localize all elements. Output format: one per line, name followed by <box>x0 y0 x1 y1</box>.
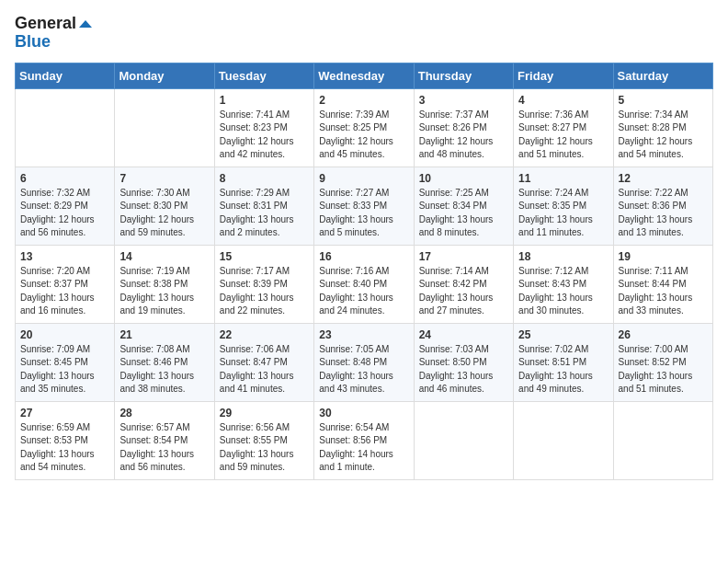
day-info: Sunrise: 7:36 AMSunset: 8:27 PMDaylight:… <box>518 109 608 162</box>
logo-mark: General Blue <box>15 15 92 52</box>
day-number: 5 <box>619 94 708 107</box>
day-number: 12 <box>619 172 708 185</box>
day-number: 10 <box>419 172 508 185</box>
day-info: Sunrise: 7:32 AMSunset: 8:29 PMDaylight:… <box>20 187 109 240</box>
day-cell <box>115 88 214 167</box>
day-number: 27 <box>20 407 109 419</box>
weekday-header-tuesday: Tuesday <box>214 63 313 88</box>
day-cell: 14Sunrise: 7:19 AMSunset: 8:38 PMDayligh… <box>115 245 214 323</box>
day-number: 23 <box>319 328 408 341</box>
day-cell: 1Sunrise: 7:41 AMSunset: 8:23 PMDaylight… <box>214 88 313 167</box>
day-number: 16 <box>319 250 408 263</box>
day-cell: 25Sunrise: 7:02 AMSunset: 8:51 PMDayligh… <box>514 323 613 401</box>
day-cell: 19Sunrise: 7:11 AMSunset: 8:44 PMDayligh… <box>613 245 712 323</box>
day-info: Sunrise: 7:11 AMSunset: 8:44 PMDaylight:… <box>619 265 708 318</box>
day-cell: 24Sunrise: 7:03 AMSunset: 8:50 PMDayligh… <box>414 323 513 401</box>
day-cell: 3Sunrise: 7:37 AMSunset: 8:26 PMDaylight… <box>414 88 513 167</box>
day-info: Sunrise: 6:56 AMSunset: 8:55 PMDaylight:… <box>220 421 309 475</box>
day-cell: 23Sunrise: 7:05 AMSunset: 8:48 PMDayligh… <box>314 323 414 401</box>
week-row-4: 20Sunrise: 7:09 AMSunset: 8:45 PMDayligh… <box>16 323 713 401</box>
day-number: 6 <box>20 172 109 185</box>
week-row-3: 13Sunrise: 7:20 AMSunset: 8:37 PMDayligh… <box>16 245 713 323</box>
day-number: 22 <box>220 328 309 341</box>
day-info: Sunrise: 7:17 AMSunset: 8:39 PMDaylight:… <box>220 265 309 318</box>
weekday-header-sunday: Sunday <box>16 63 115 88</box>
day-cell: 4Sunrise: 7:36 AMSunset: 8:27 PMDaylight… <box>514 88 613 167</box>
day-cell: 7Sunrise: 7:30 AMSunset: 8:30 PMDaylight… <box>115 167 214 245</box>
day-number: 17 <box>419 250 508 263</box>
day-info: Sunrise: 7:00 AMSunset: 8:52 PMDaylight:… <box>619 343 708 396</box>
day-info: Sunrise: 7:14 AMSunset: 8:42 PMDaylight:… <box>419 265 508 318</box>
logo: General Blue <box>15 15 92 52</box>
day-info: Sunrise: 7:29 AMSunset: 8:31 PMDaylight:… <box>220 187 309 240</box>
page-header: General Blue <box>15 15 713 52</box>
day-info: Sunrise: 6:54 AMSunset: 8:56 PMDaylight:… <box>319 421 408 475</box>
weekday-header-wednesday: Wednesday <box>314 63 414 88</box>
weekday-header-monday: Monday <box>115 63 214 88</box>
day-info: Sunrise: 7:12 AMSunset: 8:43 PMDaylight:… <box>518 265 608 318</box>
day-number: 25 <box>518 328 608 341</box>
day-number: 20 <box>20 328 109 341</box>
day-number: 19 <box>619 250 708 263</box>
day-cell: 15Sunrise: 7:17 AMSunset: 8:39 PMDayligh… <box>214 245 313 323</box>
day-number: 15 <box>220 250 309 263</box>
day-info: Sunrise: 7:03 AMSunset: 8:50 PMDaylight:… <box>419 343 508 396</box>
day-cell: 17Sunrise: 7:14 AMSunset: 8:42 PMDayligh… <box>414 245 513 323</box>
day-cell: 28Sunrise: 6:57 AMSunset: 8:54 PMDayligh… <box>115 401 214 479</box>
day-info: Sunrise: 6:59 AMSunset: 8:53 PMDaylight:… <box>20 421 109 475</box>
day-number: 24 <box>419 328 508 341</box>
day-info: Sunrise: 7:16 AMSunset: 8:40 PMDaylight:… <box>319 265 408 318</box>
day-cell <box>613 401 712 479</box>
day-cell: 8Sunrise: 7:29 AMSunset: 8:31 PMDaylight… <box>214 167 313 245</box>
day-number: 14 <box>119 250 209 263</box>
week-row-5: 27Sunrise: 6:59 AMSunset: 8:53 PMDayligh… <box>16 401 713 479</box>
day-info: Sunrise: 7:05 AMSunset: 8:48 PMDaylight:… <box>319 343 408 396</box>
day-info: Sunrise: 7:34 AMSunset: 8:28 PMDaylight:… <box>619 109 708 162</box>
day-cell: 5Sunrise: 7:34 AMSunset: 8:28 PMDaylight… <box>613 88 712 167</box>
day-info: Sunrise: 7:41 AMSunset: 8:23 PMDaylight:… <box>220 109 309 162</box>
day-cell: 9Sunrise: 7:27 AMSunset: 8:33 PMDaylight… <box>314 167 414 245</box>
weekday-header-saturday: Saturday <box>613 63 712 88</box>
day-cell: 13Sunrise: 7:20 AMSunset: 8:37 PMDayligh… <box>16 245 115 323</box>
day-number: 4 <box>518 94 608 107</box>
day-number: 21 <box>119 328 209 341</box>
day-cell <box>514 401 613 479</box>
day-info: Sunrise: 7:22 AMSunset: 8:36 PMDaylight:… <box>619 187 708 240</box>
day-number: 8 <box>220 172 309 185</box>
calendar-table: SundayMondayTuesdayWednesdayThursdayFrid… <box>15 63 713 480</box>
day-number: 13 <box>20 250 109 263</box>
day-cell <box>16 88 115 167</box>
day-info: Sunrise: 7:25 AMSunset: 8:34 PMDaylight:… <box>419 187 508 240</box>
day-info: Sunrise: 7:09 AMSunset: 8:45 PMDaylight:… <box>20 343 109 396</box>
day-info: Sunrise: 7:39 AMSunset: 8:25 PMDaylight:… <box>319 109 408 162</box>
day-cell: 30Sunrise: 6:54 AMSunset: 8:56 PMDayligh… <box>314 401 414 479</box>
logo-blue: Blue <box>15 33 92 52</box>
weekday-header-thursday: Thursday <box>414 63 513 88</box>
day-number: 1 <box>220 94 309 107</box>
logo-general: General <box>15 15 92 33</box>
day-info: Sunrise: 7:27 AMSunset: 8:33 PMDaylight:… <box>319 187 408 240</box>
day-number: 9 <box>319 172 408 185</box>
week-row-2: 6Sunrise: 7:32 AMSunset: 8:29 PMDaylight… <box>16 167 713 245</box>
day-cell: 11Sunrise: 7:24 AMSunset: 8:35 PMDayligh… <box>514 167 613 245</box>
day-number: 28 <box>119 407 209 419</box>
day-number: 11 <box>518 172 608 185</box>
day-info: Sunrise: 7:02 AMSunset: 8:51 PMDaylight:… <box>518 343 608 396</box>
day-number: 29 <box>220 407 309 419</box>
weekday-header-friday: Friday <box>514 63 613 88</box>
day-cell: 22Sunrise: 7:06 AMSunset: 8:47 PMDayligh… <box>214 323 313 401</box>
day-info: Sunrise: 7:19 AMSunset: 8:38 PMDaylight:… <box>119 265 209 318</box>
day-info: Sunrise: 6:57 AMSunset: 8:54 PMDaylight:… <box>119 421 209 475</box>
day-number: 2 <box>319 94 408 107</box>
day-info: Sunrise: 7:20 AMSunset: 8:37 PMDaylight:… <box>20 265 109 318</box>
day-cell: 18Sunrise: 7:12 AMSunset: 8:43 PMDayligh… <box>514 245 613 323</box>
day-cell: 26Sunrise: 7:00 AMSunset: 8:52 PMDayligh… <box>613 323 712 401</box>
day-cell: 10Sunrise: 7:25 AMSunset: 8:34 PMDayligh… <box>414 167 513 245</box>
day-cell: 20Sunrise: 7:09 AMSunset: 8:45 PMDayligh… <box>16 323 115 401</box>
day-number: 3 <box>419 94 508 107</box>
day-info: Sunrise: 7:30 AMSunset: 8:30 PMDaylight:… <box>119 187 209 240</box>
day-info: Sunrise: 7:08 AMSunset: 8:46 PMDaylight:… <box>119 343 209 396</box>
day-info: Sunrise: 7:37 AMSunset: 8:26 PMDaylight:… <box>419 109 508 162</box>
week-row-1: 1Sunrise: 7:41 AMSunset: 8:23 PMDaylight… <box>16 88 713 167</box>
day-cell: 12Sunrise: 7:22 AMSunset: 8:36 PMDayligh… <box>613 167 712 245</box>
